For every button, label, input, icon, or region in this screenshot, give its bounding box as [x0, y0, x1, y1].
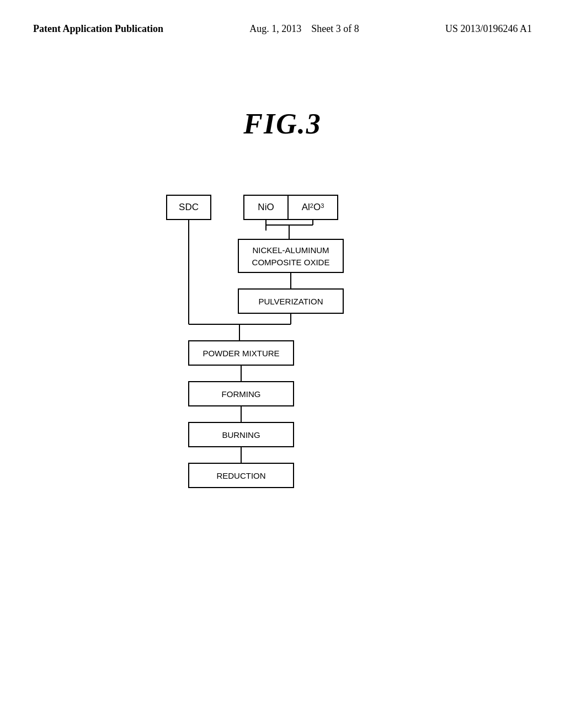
publication-number: US 2013/0196246 A1	[445, 22, 532, 36]
powder-mixture-label: POWDER MIXTURE	[202, 349, 279, 358]
publication-date: Aug. 1, 2013 Sheet 3 of 8	[249, 22, 359, 36]
pulverization-label: PULVERIZATION	[259, 297, 323, 306]
publication-title: Patent Application Publication	[33, 22, 163, 36]
date-text: Aug. 1, 2013	[249, 23, 301, 34]
al2o3-label: Al2O3	[302, 202, 324, 212]
header: Patent Application Publication Aug. 1, 2…	[33, 22, 532, 41]
sdc-label: SDC	[179, 202, 199, 212]
diagram-container: SDC NiO Al2O3 NICKEL-ALUMINUM COMPOSITE …	[33, 184, 532, 526]
svg-rect-7	[238, 239, 343, 272]
page: Patent Application Publication Aug. 1, 2…	[0, 0, 565, 728]
reduction-label: REDUCTION	[216, 471, 265, 480]
forming-label: FORMING	[222, 389, 261, 399]
figure-title: FIG.3	[33, 108, 532, 140]
composite-oxide-label: COMPOSITE OXIDE	[252, 258, 330, 267]
burning-label: BURNING	[222, 430, 260, 440]
nickel-aluminum-label: NICKEL-ALUMINUM	[252, 245, 329, 255]
sheet-text: Sheet 3 of 8	[311, 23, 359, 34]
nio-label: NiO	[258, 202, 274, 212]
flow-diagram: SDC NiO Al2O3 NICKEL-ALUMINUM COMPOSITE …	[150, 184, 415, 526]
